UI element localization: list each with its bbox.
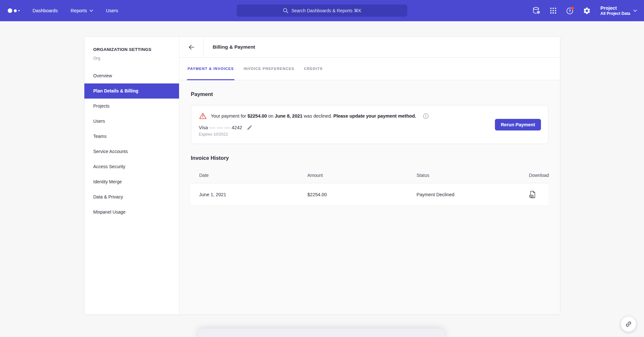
sidebar-item-access-security[interactable]: Access Security <box>84 159 179 174</box>
rerun-payment-button[interactable]: Rerun Payment <box>495 119 541 130</box>
card-summary-row: Visa ···· ···· ···· 4242 <box>199 124 540 130</box>
page-title: Billing & Payment <box>204 44 255 50</box>
chevron-down-icon <box>90 10 93 12</box>
invoice-status: Payment Declined <box>417 192 529 197</box>
nav-link-dashboards[interactable]: Dashboards <box>33 8 58 13</box>
nav-links: Dashboards Reports Users <box>33 8 118 13</box>
logo-dot <box>8 8 12 13</box>
payment-heading: Payment <box>191 91 548 97</box>
nav-link-label: Users <box>106 8 118 13</box>
nav-link-reports[interactable]: Reports <box>71 8 93 13</box>
invoice-history-heading: Invoice History <box>191 155 548 161</box>
sidebar-item-service-accounts[interactable]: Service Accounts <box>84 144 179 159</box>
sidebar-item-identity-merge[interactable]: Identity Merge <box>84 174 179 189</box>
bottom-sheet-peek <box>198 329 444 337</box>
payment-declined-alert: Your payment for $2254.00 on June 8, 202… <box>199 112 540 120</box>
card-summary: Visa ···· ···· ···· 4242 <box>199 125 242 130</box>
org-settings-sidebar: ORGANIZATION SETTINGS Org Overview Plan … <box>84 37 179 314</box>
sidebar-item-teams[interactable]: Teams <box>84 129 179 144</box>
sidebar-item-plan-details-billing[interactable]: Plan Details & Billing <box>84 83 179 99</box>
alert-emphasis: Please update your payment method. <box>333 113 416 119</box>
help-icon[interactable]: ? <box>566 6 574 15</box>
tab-content: Payment Your payment for $2254.00 on Jun… <box>179 80 560 314</box>
edit-card-icon[interactable] <box>247 124 253 130</box>
billing-tabs: PAYMENT & INVOICES INVOICE PREFERENCES C… <box>179 58 560 80</box>
invoice-table-header: Date Amount Status Download <box>191 164 548 183</box>
tab-invoice-preferences[interactable]: INVOICE PREFERENCES <box>243 58 295 80</box>
invoice-table: Date Amount Status Download June 1, 2021… <box>191 164 548 206</box>
project-selector-label: Project <box>601 5 630 11</box>
alert-amount: $2254.00 <box>247 113 267 119</box>
tab-credits[interactable]: CREDITS <box>303 58 323 80</box>
copy-link-button[interactable] <box>621 316 636 332</box>
sidebar-item-projects[interactable]: Projects <box>84 99 179 114</box>
nav-link-label: Reports <box>71 8 87 13</box>
data-management-icon[interactable] <box>532 6 541 15</box>
nav-link-users[interactable]: Users <box>106 8 118 13</box>
alert-text-part: on <box>267 113 275 119</box>
mixpanel-logo-icon[interactable] <box>8 8 20 13</box>
info-icon[interactable] <box>423 113 429 119</box>
sidebar-org-name: Org <box>93 56 179 61</box>
project-selector[interactable]: Project All Project Data <box>601 5 637 16</box>
project-selector-value: All Project Data <box>601 11 630 16</box>
back-button[interactable] <box>179 37 204 57</box>
sidebar-title: ORGANIZATION SETTINGS <box>93 47 179 52</box>
svg-text:PDF: PDF <box>530 195 533 197</box>
apps-grid-icon[interactable] <box>549 6 558 15</box>
settings-gear-icon[interactable] <box>582 6 591 15</box>
card-expiry: Expires 10/2022 <box>199 132 540 137</box>
column-header-status: Status <box>417 173 529 178</box>
settings-panel: ORGANIZATION SETTINGS Org Overview Plan … <box>84 36 560 315</box>
link-icon <box>623 319 633 329</box>
search-icon <box>283 8 289 14</box>
navbar-right-cluster: ? Project All Project Data <box>532 0 637 21</box>
back-arrow-icon <box>188 43 195 51</box>
invoice-table-row: June 1, 2021 $2254.00 Payment Declined P… <box>191 183 548 206</box>
warning-triangle-icon <box>199 112 207 120</box>
payment-method-card: Your payment for $2254.00 on June 8, 202… <box>191 105 548 144</box>
sidebar-item-overview[interactable]: Overview <box>84 68 179 83</box>
sidebar-items: Overview Plan Details & Billing Projects… <box>84 68 179 220</box>
column-header-date: Date <box>199 173 308 178</box>
sidebar-item-data-privacy[interactable]: Data & Privacy <box>84 189 179 205</box>
nav-link-label: Dashboards <box>33 8 58 13</box>
chevron-down-icon <box>633 10 637 12</box>
search-input[interactable]: Search Dashboards & Reports ⌘K <box>237 5 407 17</box>
invoice-date: June 1, 2021 <box>199 192 308 197</box>
alert-text-part: Your payment for <box>211 113 248 119</box>
top-navbar: Dashboards Reports Users Search Dashboar… <box>0 0 644 21</box>
invoice-amount: $2254.00 <box>308 192 417 197</box>
billing-main: Billing & Payment PAYMENT & INVOICES INV… <box>179 37 560 314</box>
alert-date: June 8, 2021 <box>275 113 302 119</box>
notification-badge <box>571 7 574 10</box>
search-placeholder: Search Dashboards & Reports ⌘K <box>291 8 361 13</box>
pdf-file-icon[interactable]: PDF <box>529 191 536 198</box>
column-header-download: Download <box>529 173 550 178</box>
tab-payment-invoices[interactable]: PAYMENT & INVOICES <box>187 58 235 80</box>
alert-text: Your payment for $2254.00 on June 8, 202… <box>211 113 416 119</box>
column-header-amount: Amount <box>308 173 417 178</box>
page-header: Billing & Payment <box>179 37 560 58</box>
logo-dot <box>14 9 17 12</box>
alert-text-part: was declined. <box>302 113 333 119</box>
logo-dot <box>18 10 20 11</box>
svg-text:?: ? <box>569 9 571 13</box>
sidebar-item-users[interactable]: Users <box>84 114 179 129</box>
sidebar-item-mixpanel-usage[interactable]: Mixpanel Usage <box>84 205 179 220</box>
